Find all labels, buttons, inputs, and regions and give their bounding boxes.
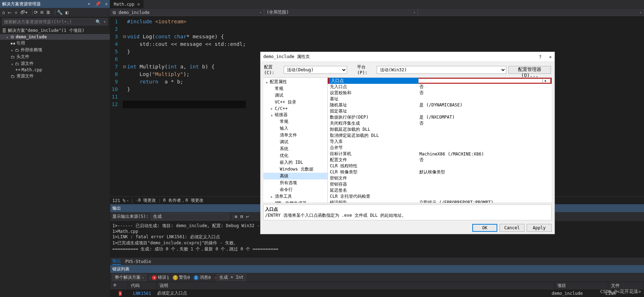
nav-scope-func[interactable]: (全局范围)▾	[264, 9, 418, 16]
grid-row[interactable]: 卸载延迟加载的 DLL	[328, 126, 552, 133]
config-select[interactable]: 活动(Debug)	[284, 66, 347, 74]
grid-row[interactable]: 关闭程序集生成否	[328, 120, 552, 126]
grid-row[interactable]: CLR 线程特性	[328, 163, 552, 169]
pin-icon[interactable]: ⊕	[137, 2, 140, 7]
toggle-icon[interactable]: ◧	[65, 10, 68, 15]
apply-button[interactable]: Apply	[527, 224, 552, 232]
error-code[interactable]: LNK1561	[133, 291, 151, 296]
col-desc[interactable]: 说明	[157, 282, 555, 289]
grid-row[interactable]: 密钥容器	[328, 181, 552, 187]
tree-item[interactable]: 调试	[263, 92, 327, 99]
properties-icon[interactable]: 🗎	[46, 10, 51, 15]
dialog-titlebar[interactable]: demo_include 属性页 ? ✕	[260, 52, 555, 62]
config-manager-button[interactable]: 配置管理器(O)...	[508, 66, 551, 74]
output-source-select[interactable]: 生成	[151, 213, 229, 220]
tree-item[interactable]: 嵌入的 IDL	[263, 159, 327, 166]
grid-row[interactable]: 延迟签名	[328, 187, 552, 193]
headers-node[interactable]: 🗀头文件	[0, 53, 110, 60]
goto-icon[interactable]: ≡	[235, 214, 238, 219]
grid-row[interactable]: 合并节	[328, 145, 552, 151]
solution-node[interactable]: 🗄解决方案"demo_include"(1 个项目)	[0, 27, 110, 34]
wrench-icon[interactable]: 🔧	[57, 10, 63, 15]
grid-row[interactable]: 导入库	[328, 139, 552, 145]
tree-item[interactable]: 系统	[263, 145, 327, 152]
project-node[interactable]: ▴⧉demo_include	[0, 34, 110, 40]
platform-select[interactable]: 活动(Win32)	[377, 66, 506, 74]
tree-item[interactable]: ▴链接器	[263, 111, 327, 118]
tree-item[interactable]: 高级	[263, 173, 327, 179]
grid-row[interactable]: 随机基址是 (/DYNAMICBASE)	[328, 102, 552, 108]
sync-icon[interactable]: ⟐	[15, 10, 18, 15]
error-filter-errors[interactable]: ✕错误 1	[152, 274, 169, 281]
tree-item[interactable]: VC++ 目录	[263, 99, 327, 106]
grid-row[interactable]: 设置校验和否	[328, 90, 552, 96]
tree-item[interactable]: 常规	[263, 85, 327, 92]
tree-item[interactable]: 命令行	[263, 186, 327, 193]
grid-row[interactable]: CLR 映像类型默认映像类型	[328, 169, 552, 175]
property-tree[interactable]: ▴配置属性常规调试VC++ 目录▸C/C++▴链接器常规输入清单文件调试系统优化…	[263, 78, 328, 203]
tree-item[interactable]: 输入	[263, 125, 327, 132]
solution-search[interactable]: 搜索解决方案资源管理器(Ctrl+;) 🔍 ▾	[2, 18, 108, 25]
grid-row[interactable]: 配置文件否	[328, 157, 552, 163]
tree-item[interactable]: 调试	[263, 139, 327, 145]
grid-row[interactable]: 入口点▾	[328, 78, 552, 84]
ok-button[interactable]: OK	[472, 224, 497, 232]
col-icon[interactable]: ⁜	[110, 282, 128, 289]
tree-item[interactable]: 所有选项	[263, 179, 327, 186]
wrap-icon[interactable]: ↩	[246, 214, 249, 219]
col-code[interactable]: 代码	[128, 282, 157, 289]
tab-output[interactable]: 输出	[112, 258, 121, 265]
clear-filter-icon[interactable]: ✕	[214, 275, 217, 280]
tab-pvs[interactable]: PVS-Studio	[125, 259, 151, 264]
grid-row[interactable]: 无入口点否	[328, 84, 552, 90]
solution-explorer-title: 解决方案资源管理器 ▾ 📌 ✕	[0, 0, 110, 8]
clear-icon[interactable]: ⊟	[240, 214, 243, 219]
tree-item[interactable]: ▴配置属性	[263, 78, 327, 85]
error-filter-messages[interactable]: i消息 0	[194, 274, 211, 281]
tree-item[interactable]: ▸C/C++	[263, 106, 327, 111]
nav-scope-project[interactable]: ⧉ demo_include▾	[110, 9, 264, 16]
close-icon[interactable]: ✕	[549, 54, 552, 59]
tree-item[interactable]: Windows 元数据	[263, 166, 327, 173]
help-icon[interactable]: ?	[539, 54, 541, 59]
zoom-level[interactable]: 121 %	[112, 198, 125, 203]
nav-scope-member[interactable]: ▾	[418, 9, 644, 16]
error-scope[interactable]: 整个解决方案▾	[112, 274, 146, 281]
tab-mathcpp[interactable]: Math.cpp ⊕	[110, 0, 144, 8]
changes-count: 0 项更改	[138, 197, 156, 203]
file-mathcpp[interactable]: ++Math.cpp	[0, 67, 110, 73]
grid-row[interactable]: 错误报告立即提示 (/ERRORREPORT:PROMPT)	[328, 200, 552, 203]
grid-row[interactable]: 密钥文件	[328, 175, 552, 181]
error-build[interactable]: 生成 + Int	[217, 274, 246, 281]
grid-row[interactable]: 固定基址	[328, 108, 552, 114]
save-all-icon[interactable]: 🗗▾	[20, 10, 28, 15]
solution-search-placeholder: 搜索解决方案资源管理器(Ctrl+;)	[4, 19, 72, 25]
grid-row[interactable]: 基址	[328, 96, 552, 102]
pin-icon[interactable]: 📌	[95, 1, 101, 6]
tree-item[interactable]: 优化	[263, 152, 327, 159]
grid-row[interactable]: 取消绑定延迟加载的 DLL	[328, 133, 552, 139]
tree-item[interactable]: ▸XML 文档生成器	[263, 200, 327, 203]
property-grid[interactable]: 入口点▾无入口点否设置校验和否基址随机基址是 (/DYNAMICBASE)固定基…	[328, 78, 552, 203]
collapse-icon[interactable]: ⊟	[41, 10, 44, 15]
refresh-icon[interactable]: ◉▾	[8, 11, 12, 14]
tree-item[interactable]: ▸清单工具	[263, 193, 327, 200]
external-deps-node[interactable]: ▸🗀外部依赖项	[0, 47, 110, 53]
editor-tabs: Math.cpp ⊕	[110, 0, 644, 9]
tree-item[interactable]: 常规	[263, 118, 327, 125]
grid-row[interactable]: CLR 非托管代码检查	[328, 193, 552, 200]
output-source-label: 显示输出来源(S):	[112, 214, 148, 220]
grid-row[interactable]: 目标计算机MachineX86 (/MACHINE:X86)	[328, 151, 552, 157]
references-node[interactable]: ▪▪引用	[0, 40, 110, 47]
error-row[interactable]: ✕ LNK1561 必须定义入口点 demo_include LINK	[110, 289, 644, 297]
grid-row[interactable]: 数据执行保护(DEP)是 (/NXCOMPAT)	[328, 114, 552, 120]
close-icon[interactable]: ✕	[105, 1, 108, 6]
cancel-button[interactable]: Cancel	[499, 224, 525, 232]
error-filter-warnings[interactable]: !警告 0	[173, 274, 190, 281]
dropdown-icon[interactable]: ▾	[88, 1, 90, 6]
source-node[interactable]: ▴🗀源文件	[0, 60, 110, 67]
resources-node[interactable]: 🗀资源文件	[0, 73, 110, 80]
show-all-icon[interactable]: ⟳	[34, 10, 38, 15]
tree-item[interactable]: 清单文件	[263, 132, 327, 139]
home-icon[interactable]: ⌂	[2, 10, 5, 15]
